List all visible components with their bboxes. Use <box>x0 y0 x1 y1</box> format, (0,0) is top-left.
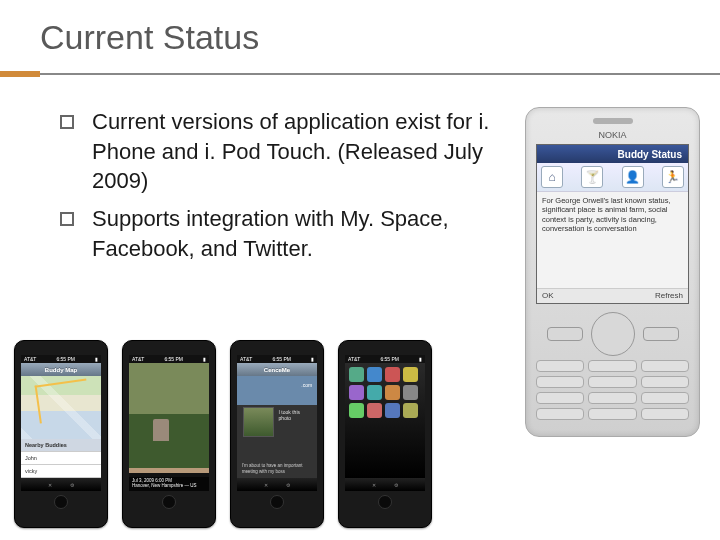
iphone-row: AT&T 6:55 PM ▮ Buddy Map Nearby Buddies … <box>14 340 432 528</box>
bullet-item: Current versions of application exist fo… <box>60 107 515 196</box>
earpiece-icon <box>593 118 633 124</box>
map-view <box>21 376 101 439</box>
nokia-phone-mockup: NOKIA Buddy Status ⌂ 🍸 👤 🏃 For George Or… <box>525 107 700 437</box>
app-icon <box>385 367 400 382</box>
detail-view: .com I took this photo I'm about to have… <box>237 376 317 478</box>
nokia-key-row <box>536 360 689 372</box>
iphone-screen: AT&T 6:55 PM ▮ Jul 3, 2009 6:00 PM Hanov… <box>129 355 209 491</box>
carrier-label: AT&T <box>348 356 360 362</box>
iphone-tab-bar: ✕ ⚙ <box>237 478 317 491</box>
battery-icon: ▮ <box>203 356 206 362</box>
tab-icon: ⚙ <box>394 482 398 488</box>
iphone-status-bar: AT&T 6:55 PM ▮ <box>345 355 425 363</box>
glass-icon: 🍸 <box>581 166 603 188</box>
iphone-status-bar: AT&T 6:55 PM ▮ <box>129 355 209 363</box>
app-icon <box>385 385 400 400</box>
tab-icon: ⚙ <box>70 482 74 488</box>
nokia-status-text: For George Orwell's last known status, s… <box>537 192 688 288</box>
clock-label: 6:55 PM <box>56 356 75 362</box>
photo-subject <box>153 419 169 441</box>
list-item: John <box>21 452 101 465</box>
iphone-mockup: AT&T 6:55 PM ▮ ✕ ⚙ <box>338 340 432 528</box>
battery-icon: ▮ <box>95 356 98 362</box>
bullet-marker-icon <box>60 212 74 226</box>
list-header: Nearby Buddies <box>21 439 101 452</box>
home-button-icon <box>54 495 68 509</box>
photo-caption: Jul 3, 2009 6:00 PM Hanover, New Hampshi… <box>129 477 209 491</box>
iphone-screen: AT&T 6:55 PM ▮ CenceMe .com I took this … <box>237 355 317 491</box>
app-icon <box>403 367 418 382</box>
nokia-key-row <box>536 392 689 404</box>
nokia-right-softbutton <box>643 327 679 341</box>
iphone-nav-bar: CenceMe <box>237 363 317 376</box>
app-icon <box>385 403 400 418</box>
app-icon <box>349 367 364 382</box>
nokia-key-row <box>536 408 689 420</box>
tab-icon: ⚙ <box>286 482 290 488</box>
nokia-left-softbutton <box>547 327 583 341</box>
nokia-screen: Buddy Status ⌂ 🍸 👤 🏃 For George Orwell's… <box>536 144 689 304</box>
iphone-screen: AT&T 6:55 PM ▮ Buddy Map Nearby Buddies … <box>21 355 101 491</box>
slide-title: Current Status <box>0 0 720 57</box>
tab-icon: ✕ <box>264 482 268 488</box>
bullet-text: Current versions of application exist fo… <box>92 107 515 196</box>
runner-icon: 🏃 <box>662 166 684 188</box>
nokia-icon-row: ⌂ 🍸 👤 🏃 <box>537 163 688 192</box>
iphone-screen: AT&T 6:55 PM ▮ ✕ ⚙ <box>345 355 425 491</box>
home-button-icon <box>378 495 392 509</box>
clock-label: 6:55 PM <box>380 356 399 362</box>
app-icon <box>367 367 382 382</box>
clock-label: 6:55 PM <box>272 356 291 362</box>
bullet-text: Supports integration with My. Space, Fac… <box>92 204 515 263</box>
nokia-nav-row <box>536 312 689 356</box>
list-item: vicky <box>21 465 101 478</box>
iphone-mockup: AT&T 6:55 PM ▮ CenceMe .com I took this … <box>230 340 324 528</box>
iphone-status-bar: AT&T 6:55 PM ▮ <box>21 355 101 363</box>
battery-icon: ▮ <box>419 356 422 362</box>
carrier-label: AT&T <box>132 356 144 362</box>
nokia-dpad <box>591 312 635 356</box>
detail-top-text: .com <box>301 382 312 388</box>
iphone-mockup: AT&T 6:55 PM ▮ Jul 3, 2009 6:00 PM Hanov… <box>122 340 216 528</box>
battery-icon: ▮ <box>311 356 314 362</box>
softkey-right: Refresh <box>655 291 683 300</box>
iphone-tab-bar: ✕ ⚙ <box>21 478 101 491</box>
buddy-list: Nearby Buddies John vicky <box>21 439 101 478</box>
app-icon <box>403 403 418 418</box>
app-icon <box>349 403 364 418</box>
app-icon <box>349 385 364 400</box>
home-button-icon <box>162 495 176 509</box>
tab-icon: ✕ <box>48 482 52 488</box>
carrier-label: AT&T <box>240 356 252 362</box>
home-button-icon <box>270 495 284 509</box>
detail-note: I'm about to have an important meeting w… <box>242 463 312 474</box>
nokia-keypad <box>536 312 689 428</box>
iphone-tab-bar: ✕ ⚙ <box>345 478 425 491</box>
photo-view: Jul 3, 2009 6:00 PM Hanover, New Hampshi… <box>129 363 209 491</box>
caption-location: Hanover, New Hampshire — US <box>132 484 206 489</box>
nokia-brand-label: NOKIA <box>598 130 626 140</box>
nokia-key-row <box>536 376 689 388</box>
underline-accent <box>0 71 40 77</box>
iphone-mockup: AT&T 6:55 PM ▮ Buddy Map Nearby Buddies … <box>14 340 108 528</box>
iphone-status-bar: AT&T 6:55 PM ▮ <box>237 355 317 363</box>
underline-line <box>40 73 720 75</box>
detail-thumb-label: I took this photo <box>279 409 314 421</box>
bullet-marker-icon <box>60 115 74 129</box>
app-icon <box>367 403 382 418</box>
nokia-softkey-row: OK Refresh <box>537 288 688 303</box>
carrier-label: AT&T <box>24 356 36 362</box>
tab-icon: ✕ <box>372 482 376 488</box>
clock-label: 6:55 PM <box>164 356 183 362</box>
profile-icon: 👤 <box>622 166 644 188</box>
nokia-title-bar: Buddy Status <box>537 145 688 163</box>
home-icon: ⌂ <box>541 166 563 188</box>
detail-thumbnail <box>243 407 273 438</box>
app-icon <box>403 385 418 400</box>
iphone-nav-bar: Buddy Map <box>21 363 101 376</box>
bullet-item: Supports integration with My. Space, Fac… <box>60 204 515 263</box>
home-grid <box>345 363 425 478</box>
app-icon <box>367 385 382 400</box>
softkey-left: OK <box>542 291 554 300</box>
